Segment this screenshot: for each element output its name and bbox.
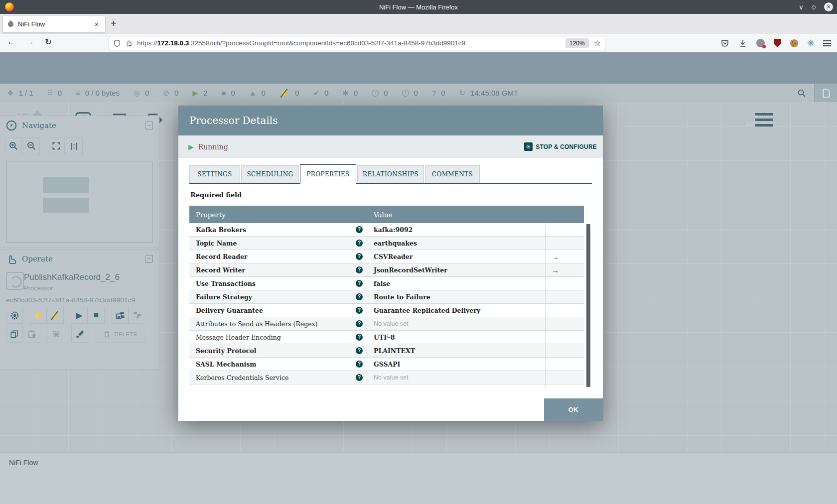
- downloads-icon[interactable]: [738, 39, 747, 48]
- refresh-icon[interactable]: ↻: [459, 89, 466, 98]
- help-icon[interactable]: ?: [356, 293, 363, 300]
- property-value[interactable]: kafka:9092: [367, 223, 546, 236]
- tab-close-icon[interactable]: ×: [93, 20, 100, 28]
- property-value[interactable]: false: [367, 277, 546, 290]
- help-icon[interactable]: ?: [356, 253, 363, 260]
- operate-collapse-button[interactable]: –: [145, 255, 153, 263]
- window-title: NiFi Flow — Mozilla Firefox: [0, 3, 837, 11]
- property-value[interactable]: No value set: [367, 371, 546, 384]
- page-zoom-badge[interactable]: 120%: [565, 38, 589, 48]
- window-close-button[interactable]: ×: [824, 2, 833, 11]
- table-row-partial: [189, 384, 584, 388]
- color-button[interactable]: [71, 326, 88, 343]
- goto-arrow[interactable]: →: [546, 263, 584, 276]
- group-button[interactable]: [47, 326, 64, 343]
- extension-star-icon[interactable]: ✳: [807, 38, 814, 48]
- property-value[interactable]: PLAINTEXT: [367, 344, 546, 357]
- status-refresh[interactable]: ↻14:45:08 GMT: [459, 89, 518, 98]
- help-icon[interactable]: ?: [356, 266, 363, 273]
- browser-menu-icon[interactable]: [823, 40, 831, 46]
- enable-button[interactable]: ⚡: [30, 307, 47, 324]
- extension-icon[interactable]: [756, 39, 765, 47]
- window-maximize-button[interactable]: ◇: [812, 3, 816, 10]
- configure-button[interactable]: [6, 307, 23, 324]
- property-value[interactable]: earthquakes: [367, 237, 546, 250]
- breadcrumb[interactable]: NiFi Flow: [9, 459, 38, 467]
- tab-settings[interactable]: SETTINGS: [189, 165, 240, 183]
- table-row[interactable]: Kerberos Credentials Service ? No value …: [189, 371, 584, 384]
- table-row[interactable]: Record Reader ? CSVReader →: [189, 250, 584, 263]
- help-icon[interactable]: ?: [356, 226, 363, 233]
- table-row[interactable]: SASL Mechanism ? GSSAPI: [189, 358, 584, 371]
- tracking-shield-icon[interactable]: [113, 39, 121, 47]
- tab-comments[interactable]: COMMENTS: [425, 165, 480, 183]
- property-value[interactable]: Route to Failure: [367, 290, 546, 303]
- table-row[interactable]: Security Protocol ? PLAINTEXT: [189, 344, 584, 358]
- birdseye-minimap[interactable]: [6, 161, 152, 243]
- table-row[interactable]: Kafka Brokers ? kafka:9092: [189, 223, 584, 237]
- properties-table: Property Value Kafka Brokers ? kafka:909…: [189, 206, 584, 388]
- help-icon[interactable]: ?: [356, 240, 363, 247]
- new-tab-button[interactable]: +: [111, 18, 117, 29]
- url-text[interactable]: https://172.18.0.3:32558/nifi/?processGr…: [137, 39, 565, 47]
- bookmark-star-icon[interactable]: ☆: [594, 38, 601, 48]
- help-icon[interactable]: ?: [356, 374, 363, 381]
- help-icon[interactable]: ?: [356, 361, 363, 368]
- reload-button[interactable]: ↻: [45, 37, 52, 47]
- paste-button[interactable]: [23, 326, 40, 343]
- ok-button[interactable]: OK: [544, 398, 603, 421]
- delete-button[interactable]: DELETE: [95, 326, 145, 343]
- navigate-collapse-button[interactable]: –: [145, 122, 153, 129]
- tab-scheduling[interactable]: SCHEDULING: [241, 165, 299, 183]
- help-icon[interactable]: ?: [356, 320, 363, 327]
- save-flow-version-button[interactable]: [112, 307, 129, 324]
- table-row[interactable]: Record Writer ? JsonRecordSetWriter →: [189, 263, 584, 277]
- property-value[interactable]: Guarantee Replicated Delivery: [367, 304, 546, 317]
- table-scrollbar[interactable]: [586, 224, 590, 387]
- zoom-in-button[interactable]: [5, 137, 22, 154]
- copy-button[interactable]: [6, 326, 23, 343]
- zoom-actual-size-button[interactable]: |:|: [66, 137, 83, 154]
- browser-tab[interactable]: NiFi Flow ×: [3, 16, 105, 32]
- table-row[interactable]: Use Transactions ? false: [189, 277, 584, 290]
- back-button[interactable]: ←: [7, 37, 15, 47]
- tab-properties[interactable]: PROPERTIES: [300, 164, 356, 184]
- window-minimize-button[interactable]: ∨: [799, 3, 804, 11]
- ublock-shield-icon[interactable]: [774, 39, 781, 47]
- browser-navbar: ← → ↻ https://172.18.0.3:32558/nifi/?pro…: [0, 34, 837, 52]
- check-icon: ✔: [313, 89, 319, 98]
- forward-button[interactable]: →: [26, 37, 34, 47]
- selected-component-type: Processor: [24, 284, 53, 292]
- help-icon[interactable]: ?: [356, 307, 363, 314]
- revert-flow-version-button[interactable]: [129, 307, 145, 324]
- cookie-icon[interactable]: [790, 39, 798, 47]
- help-icon[interactable]: ?: [356, 334, 363, 341]
- pocket-icon[interactable]: [720, 39, 729, 48]
- zoom-fit-button[interactable]: [48, 137, 65, 154]
- property-value[interactable]: GSSAPI: [367, 358, 546, 371]
- property-value[interactable]: CSVReader: [367, 250, 546, 263]
- zoom-out-button[interactable]: [23, 137, 40, 154]
- help-icon[interactable]: ?: [356, 347, 363, 354]
- property-name: Kerberos Credentials Service: [196, 374, 288, 381]
- url-bar[interactable]: https://172.18.0.3:32558/nifi/?processGr…: [109, 36, 605, 50]
- connection-lock-icon[interactable]: [125, 39, 133, 47]
- stop-and-configure-button[interactable]: STOP & CONFIGURE: [524, 142, 597, 151]
- table-row[interactable]: Topic Name ? earthquakes: [189, 237, 584, 250]
- global-menu-icon[interactable]: [755, 113, 773, 126]
- table-row[interactable]: Attributes to Send as Headers (Regex) ? …: [189, 317, 584, 331]
- help-icon[interactable]: ?: [356, 280, 363, 287]
- tab-relationships[interactable]: RELATIONSHIPS: [357, 165, 424, 183]
- table-row[interactable]: Message Header Encoding ? UTF-8: [189, 331, 584, 344]
- sidebar-toggle-button[interactable]: [814, 84, 837, 102]
- property-value[interactable]: No value set: [367, 317, 546, 330]
- property-value[interactable]: JsonRecordSetWriter: [367, 263, 546, 276]
- stop-button[interactable]: ■: [88, 307, 105, 324]
- start-button[interactable]: ▶: [71, 307, 88, 324]
- property-value[interactable]: UTF-8: [367, 331, 546, 344]
- goto-arrow[interactable]: →: [546, 250, 584, 263]
- table-row[interactable]: Delivery Guarantee ? Guarantee Replicate…: [189, 304, 584, 317]
- search-icon[interactable]: [797, 89, 806, 98]
- disable-button[interactable]: ⚡: [47, 307, 64, 324]
- table-row[interactable]: Failure Strategy ? Route to Failure: [189, 290, 584, 304]
